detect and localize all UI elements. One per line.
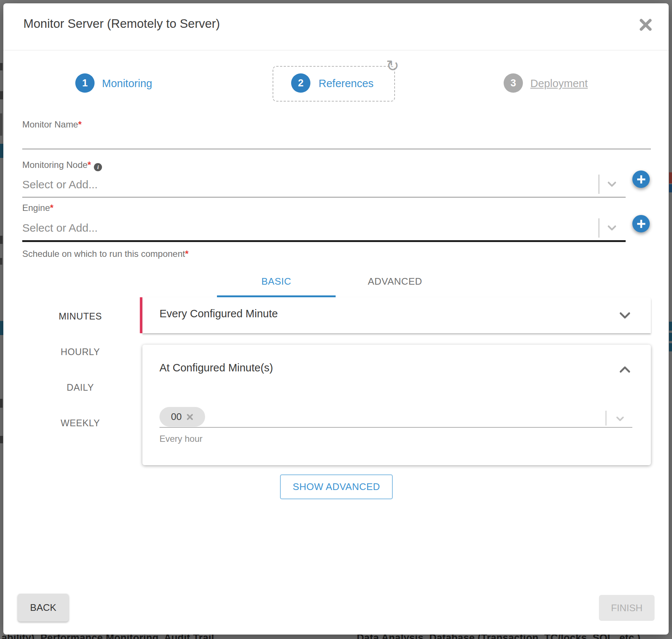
background-fragment <box>669 333 672 341</box>
add-monitoring-node-button[interactable] <box>632 170 650 188</box>
minutes-select-underline <box>159 427 632 428</box>
show-advanced-button[interactable]: SHOW ADVANCED <box>280 474 393 499</box>
engine-select[interactable] <box>22 216 626 239</box>
background-fragment <box>669 184 672 192</box>
schedule-label-text: Schedule on which to run this component <box>22 249 185 259</box>
background-fragment <box>669 172 672 183</box>
header-divider <box>3 50 669 50</box>
tab-advanced[interactable]: ADVANCED <box>336 270 454 295</box>
select-divider <box>599 218 599 238</box>
minutes-helper-text: Every hour <box>159 434 202 444</box>
schedule-label: Schedule on which to run this component* <box>22 249 188 259</box>
monitoring-node-underline <box>22 197 626 198</box>
background-fragment <box>0 113 2 136</box>
configured-minutes-card: At Configured Minute(s) 00 Every hour <box>142 345 651 465</box>
monitor-name-input[interactable] <box>22 126 651 149</box>
sidebar-item-weekly[interactable]: WEEKLY <box>37 418 124 428</box>
step-2-circle[interactable]: 2 <box>291 73 310 93</box>
monitoring-node-label: Monitoring Node*i <box>22 160 102 171</box>
remove-chip-icon[interactable] <box>186 413 194 421</box>
engine-label: Engine* <box>22 203 53 213</box>
finish-button[interactable]: FINISH <box>599 595 655 621</box>
add-engine-button[interactable] <box>632 215 650 232</box>
background-fragment <box>0 236 3 244</box>
tab-basic[interactable]: BASIC <box>217 270 336 295</box>
background-fragment <box>0 399 3 408</box>
engine-underline-focused <box>22 240 626 242</box>
step-3-label-deployment[interactable]: Deployment <box>530 77 588 90</box>
back-button[interactable]: BACK <box>18 594 69 622</box>
minute-mode-dropdown[interactable]: Every Configured Minute <box>142 297 651 333</box>
background-fragment <box>0 144 3 158</box>
chevron-up-icon[interactable] <box>616 361 633 378</box>
step-2-label-references[interactable]: References <box>319 77 373 90</box>
background-fragment <box>669 322 672 331</box>
info-icon[interactable]: i <box>94 163 102 171</box>
dialog-title: Monitor Server (Remotely to Server) <box>23 17 220 31</box>
required-asterisk: * <box>88 160 91 170</box>
select-divider <box>599 175 599 194</box>
engine-label-text: Engine <box>22 203 50 213</box>
background-fragment <box>0 91 3 99</box>
monitoring-node-select[interactable] <box>22 173 626 196</box>
configured-minutes-card-title: At Configured Minute(s) <box>159 362 273 374</box>
chevron-down-icon[interactable] <box>616 307 633 324</box>
sidebar-item-hourly[interactable]: HOURLY <box>37 347 124 357</box>
monitoring-node-label-text: Monitoring Node <box>22 160 88 170</box>
refresh-icon: ↻ <box>386 58 399 74</box>
minute-chip: 00 <box>159 407 205 427</box>
select-divider <box>606 411 606 426</box>
monitor-server-dialog: Monitor Server (Remotely to Server) 1 Mo… <box>3 3 669 635</box>
step-1-circle[interactable]: 1 <box>75 73 95 93</box>
required-asterisk: * <box>185 249 188 259</box>
active-row-indicator <box>140 297 142 333</box>
background-fragment <box>0 63 3 70</box>
required-asterisk: * <box>50 203 53 213</box>
minute-mode-dropdown-value: Every Configured Minute <box>159 308 278 320</box>
background-fragment <box>0 258 2 265</box>
background-fragment <box>0 321 3 335</box>
step-3-circle[interactable]: 3 <box>504 73 523 93</box>
minute-chip-value: 00 <box>171 411 182 423</box>
chevron-down-icon[interactable] <box>614 413 626 425</box>
sidebar-item-daily[interactable]: DAILY <box>37 382 124 393</box>
background-fragment <box>669 343 672 351</box>
chevron-down-icon[interactable] <box>605 221 619 235</box>
sidebar-item-minutes[interactable]: MINUTES <box>37 311 124 322</box>
chevron-down-icon[interactable] <box>605 178 619 191</box>
close-icon[interactable] <box>638 17 654 33</box>
step-1-label-monitoring[interactable]: Monitoring <box>102 77 152 90</box>
background-fragment <box>0 436 3 443</box>
